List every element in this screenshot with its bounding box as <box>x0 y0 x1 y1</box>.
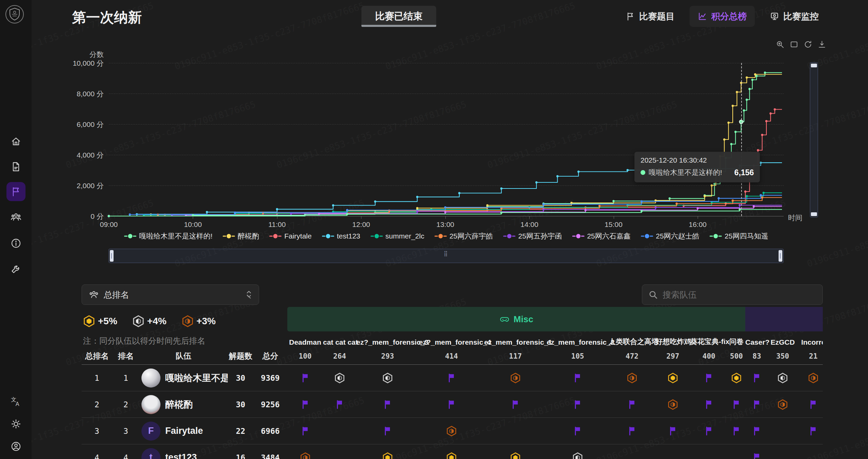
solve-cell-flag <box>609 399 656 410</box>
solve-cell-flag <box>745 426 768 436</box>
solve-cell-flag <box>547 426 609 436</box>
solved-flag-icon <box>627 399 637 410</box>
app-screen: 0196c911-e853-1f35-c237-7708f81766650196… <box>0 0 868 459</box>
challenge-points: 83 <box>745 352 768 360</box>
challenge-points: 297 <box>656 352 690 360</box>
solve-cell-flag <box>797 399 823 410</box>
solve-cell-flag <box>356 399 419 410</box>
solve-cell-flag <box>484 399 547 410</box>
solve-cell-flag <box>728 426 745 436</box>
bronze-blood-icon <box>510 373 521 383</box>
solved-flag-icon <box>808 426 818 436</box>
gold-blood-icon <box>510 452 521 459</box>
bronze-blood-icon <box>777 399 788 410</box>
table-row[interactable]: 22醉椛酌309256 <box>82 391 823 418</box>
sidebar-item-theme[interactable] <box>10 418 22 430</box>
challenge-name: EzGCD <box>768 338 797 348</box>
challenge-name: ez_mem_forensic_1 <box>484 338 547 348</box>
solve-cell-flag <box>419 399 484 410</box>
solved-flag-icon <box>300 426 310 436</box>
solved-flag-icon <box>627 426 637 436</box>
solve-cell-gold <box>419 452 484 459</box>
sidebar-item-competitions[interactable] <box>6 182 25 201</box>
challenge-points: 500 <box>728 352 745 360</box>
solve-cell-flag <box>690 426 728 436</box>
rank-filter-dropdown[interactable]: 总排名 <box>82 284 259 305</box>
bronze-blood-icon <box>446 426 457 437</box>
solved-flag-icon <box>573 399 583 410</box>
avatar: t <box>141 448 160 459</box>
overall-rank: 2 <box>82 400 112 409</box>
challenge-points: 264 <box>323 352 356 360</box>
challenge-points: 21 <box>797 352 823 360</box>
overall-rank: 4 <box>82 453 112 459</box>
solve-cell-gold <box>356 452 419 459</box>
sidebar-item-home[interactable] <box>10 135 22 147</box>
overall-rank: 3 <box>82 427 112 436</box>
team-name: 嘎啦给木里不是这样 <box>165 372 228 384</box>
solved-count: 30 <box>228 374 253 382</box>
solved-flag-icon <box>752 426 762 436</box>
avatar: F <box>141 422 160 441</box>
solved-flag-icon <box>752 453 762 459</box>
solve-cell-silver <box>356 373 419 383</box>
total-score: 9256 <box>253 400 287 409</box>
silver-blood-icon <box>334 373 345 383</box>
challenge-points: 105 <box>547 352 609 360</box>
home-icon <box>11 136 21 147</box>
challenge-points: 472 <box>609 352 656 360</box>
category-banner <box>745 307 823 331</box>
flag-icon <box>11 186 21 197</box>
total-score: 9369 <box>253 374 287 382</box>
solve-cell-bronze <box>768 399 797 410</box>
challenge-points: 414 <box>419 352 484 360</box>
column-header: 解题数 <box>228 351 253 361</box>
sidebar-item-about[interactable] <box>10 237 22 249</box>
solved-count: 16 <box>228 453 253 459</box>
sidebar-item-posts[interactable] <box>10 161 22 173</box>
solved-flag-icon <box>573 373 583 383</box>
avatar <box>141 368 160 388</box>
solved-flag-icon <box>300 399 310 410</box>
solved-count: 30 <box>228 400 253 409</box>
challenge-name: cat cat cat <box>323 338 356 348</box>
challenge-name: 人类联合之高塔 <box>609 337 656 348</box>
team-search-input[interactable] <box>663 290 816 300</box>
challenge-name: ez?_mem_forensic_4 <box>419 338 484 348</box>
challenge-name: 葵花宝典-fix <box>690 337 728 348</box>
table-row[interactable]: 33FFairytale226966 <box>82 418 823 444</box>
solved-flag-icon <box>382 426 393 436</box>
table-row[interactable]: 44ttest123163484 <box>82 444 823 459</box>
solve-cell-gold <box>656 373 690 383</box>
bronze-blood-icon <box>667 399 678 410</box>
solved-flag-icon <box>300 373 310 383</box>
document-icon <box>11 161 21 172</box>
sidebar-item-profile[interactable] <box>10 441 22 452</box>
challenge-name: Incorre <box>797 338 823 348</box>
sidebar: 文A <box>0 0 32 459</box>
users-icon <box>11 212 21 223</box>
table-row[interactable]: 11嘎啦给木里不是这样309369 <box>82 365 823 391</box>
challenge-points: 400 <box>690 352 728 360</box>
column-header: 排名 <box>112 351 139 361</box>
info-icon <box>11 238 21 249</box>
chevron-updown-icon <box>246 290 252 300</box>
sidebar-item-teams[interactable] <box>10 211 22 223</box>
wrench-icon <box>11 263 21 274</box>
challenge-name: 好想吃炸鸡 <box>656 337 690 348</box>
silver-blood-icon <box>777 373 788 383</box>
solve-cell-flag <box>690 399 728 410</box>
sidebar-item-language[interactable]: 文A <box>10 396 22 407</box>
column-header: 队伍 <box>139 351 228 361</box>
sidebar-item-tools[interactable] <box>10 263 22 275</box>
solved-flag-icon <box>731 399 742 410</box>
solve-cell-silver <box>768 373 797 383</box>
challenge-points: 100 <box>287 352 323 360</box>
solve-cell-silver <box>547 452 609 459</box>
solved-flag-icon <box>510 399 521 410</box>
bronze-blood-icon <box>300 452 311 459</box>
svg-text:A: A <box>15 401 19 407</box>
solve-cell-flag <box>287 373 323 383</box>
solve-cell-flag <box>547 373 609 383</box>
solve-cell-flag <box>745 399 768 410</box>
